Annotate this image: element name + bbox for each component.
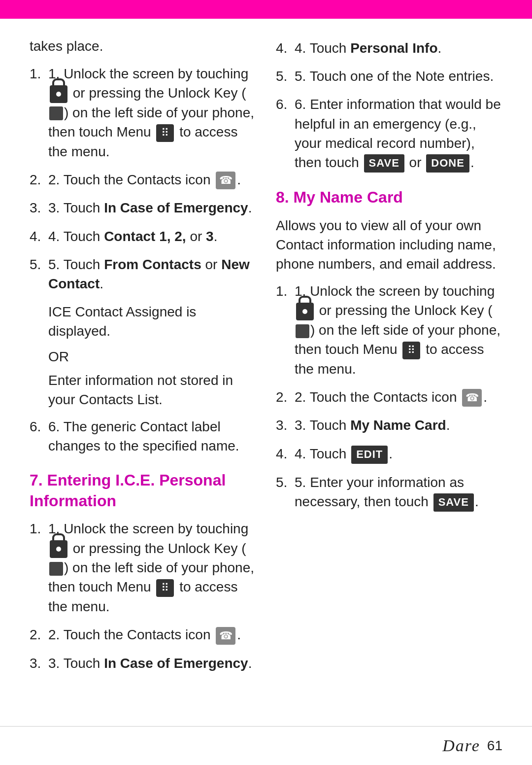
section-8-intro: Allows you to view all of your own Conta… (276, 216, 502, 274)
lock-icon (50, 540, 67, 558)
list-item: 2. Touch the Contacts icon . (30, 625, 256, 645)
key-icon (296, 324, 309, 338)
section-7-list: 1. Unlock the screen by touching or pres… (30, 519, 256, 673)
list-item: 2. Touch the Contacts icon . (276, 387, 502, 407)
page-number: 61 (487, 738, 502, 754)
key-icon (49, 106, 63, 120)
list-item: 4. Touch EDIT. (276, 444, 502, 464)
left-column: takes place. 1. Unlock the screen by tou… (30, 38, 256, 682)
list-item: 5. Touch From Contacts or New Contact. (30, 255, 256, 293)
or-label: OR (48, 349, 256, 365)
menu-icon (156, 124, 174, 142)
dare-logo: Dare (442, 736, 480, 755)
list-item: 1. Unlock the screen by touching or pres… (30, 64, 256, 161)
top-list-left: 1. Unlock the screen by touching or pres… (30, 64, 256, 293)
lock-icon (296, 303, 314, 320)
key-icon (49, 562, 63, 576)
list-item: 6. Enter information that would be helpf… (276, 95, 502, 173)
magenta-header-bar (0, 0, 532, 19)
lock-icon (50, 85, 67, 103)
section-8-heading: 8. My Name Card (276, 187, 502, 208)
contacts-icon (216, 172, 235, 189)
right-column: 4. Touch Personal Info. 5. Touch one of … (276, 38, 502, 682)
list-item: 2. Touch the Contacts icon . (30, 170, 256, 190)
ice-assigned-note: ICE Contact Assigned is displayed. (48, 302, 256, 341)
list-item: 1. Unlock the screen by touching or pres… (276, 281, 502, 379)
list-item: 3. Touch In Case of Emergency. (30, 654, 256, 673)
contacts-icon (216, 627, 235, 645)
list-item: 6. The generic Contact label changes to … (30, 417, 256, 455)
list-item: 5. Touch one of the Note entries. (276, 67, 502, 86)
continues-text: takes place. (30, 38, 256, 54)
list-item: 5. Enter your information as necessary, … (276, 473, 502, 512)
save-button-label: SAVE (364, 154, 404, 173)
enter-info-text: Enter information not stored in your Con… (48, 371, 256, 409)
top-list-right: 4. Touch Personal Info. 5. Touch one of … (276, 38, 502, 173)
contacts-icon (462, 389, 482, 407)
menu-icon (402, 342, 420, 359)
list-item: 1. Unlock the screen by touching or pres… (30, 519, 256, 616)
section-7-heading: 7. Entering I.C.E. Personal Information (30, 470, 256, 511)
menu-icon (156, 579, 174, 597)
list-item: 3. Touch In Case of Emergency. (30, 198, 256, 217)
save-button-label-2: SAVE (433, 493, 474, 512)
done-button-label: DONE (426, 154, 469, 173)
list-item: 4. Touch Personal Info. (276, 38, 502, 58)
page-footer: Dare 61 (0, 726, 532, 765)
list-item: 4. Touch Contact 1, 2, or 3. (30, 227, 256, 246)
item-6-list: 6. The generic Contact label changes to … (30, 417, 256, 455)
section-8-list: 1. Unlock the screen by touching or pres… (276, 281, 502, 512)
list-item: 3. Touch My Name Card. (276, 416, 502, 435)
edit-button-label: EDIT (351, 446, 388, 464)
